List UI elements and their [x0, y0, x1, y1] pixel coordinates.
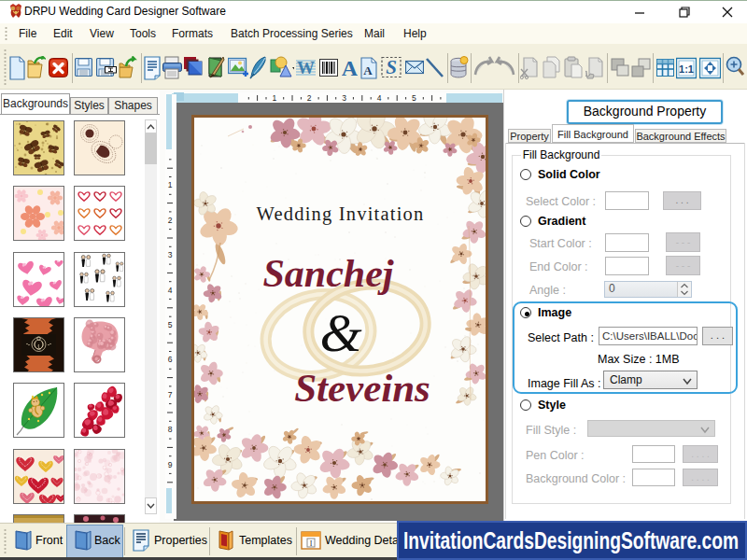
svg-text:8: 8 [168, 425, 173, 434]
svg-text:5: 5 [168, 320, 173, 329]
svg-text:Wedding Invitation: Wedding Invitation [257, 203, 425, 225]
svg-text:3: 3 [342, 93, 346, 103]
svg-text:A: A [342, 56, 358, 80]
svg-text:A: A [363, 63, 373, 77]
svg-text:7: 7 [168, 390, 173, 399]
svg-text:Steveins: Steveins [294, 366, 430, 410]
svg-text:InvitationCardsDesigningSoftwa: InvitationCardsDesigningSoftware.com [403, 526, 739, 554]
svg-text:5: 5 [412, 93, 416, 103]
svg-text:4: 4 [377, 93, 382, 103]
svg-text:W: W [297, 58, 315, 77]
svg-text:I: I [310, 539, 313, 548]
svg-text:Sanchej: Sanchej [262, 252, 393, 295]
svg-text:4: 4 [168, 286, 173, 295]
svg-text:3: 3 [168, 250, 173, 259]
svg-text:2: 2 [307, 93, 312, 103]
svg-text:S: S [386, 56, 397, 78]
svg-text:&: & [319, 302, 361, 363]
svg-text:1:1: 1:1 [679, 63, 694, 75]
svg-text:6: 6 [168, 355, 173, 364]
svg-text:2: 2 [168, 216, 173, 225]
svg-text:1: 1 [272, 93, 276, 103]
svg-text:1: 1 [168, 180, 173, 189]
svg-text:9: 9 [168, 460, 173, 469]
